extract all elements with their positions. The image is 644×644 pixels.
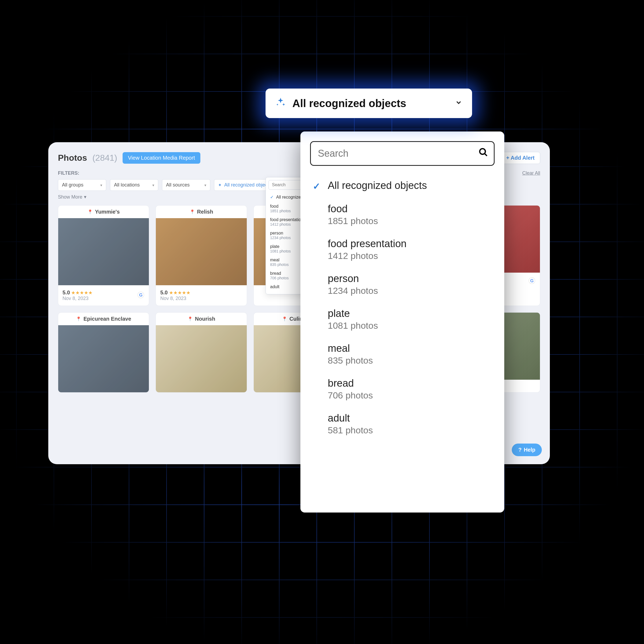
svg-text:G: G [139,292,143,297]
filters-label: FILTERS: [58,170,79,176]
help-button[interactable]: ? Help [512,444,542,456]
chevron-down-icon: ▾ [204,183,206,187]
sparkle-icon [275,97,286,110]
dropdown-item-name: adult [328,413,495,424]
filter-sources[interactable]: All sources ▾ [162,179,210,191]
dropdown-item-name: food [328,203,495,215]
dropdown-item-name: plate [270,244,279,249]
add-alert-button[interactable]: + Add Alert [501,152,540,164]
recognized-objects-dropdown: ✓ All recognized objects food 1851 photo… [300,131,504,513]
stars-icon: ★★★★★ [169,290,190,295]
filter-groups[interactable]: All groups ▾ [58,179,106,191]
pin-icon: 📍 [76,316,81,321]
dropdown-list: ✓ All recognized objects food 1851 photo… [310,174,495,442]
card-image [58,218,149,285]
card-image [156,218,246,285]
dropdown-item-name: food [270,204,278,208]
dropdown-item-count: 1081 photos [328,320,495,331]
card-image [156,325,246,392]
check-icon: ✓ [313,181,320,191]
filter-locations-label: All locations [114,182,140,188]
card-rating: 5.0 [160,289,168,295]
chevron-down-icon: ▾ [152,183,154,187]
view-media-report-button[interactable]: View Location Media Report [123,152,200,164]
dropdown-item-name: food presentation [328,238,495,249]
filter-sources-label: All sources [166,182,190,188]
dropdown-item-person[interactable]: person 1234 photos [313,267,495,302]
photo-card[interactable]: 📍 Epicurean Enclave [58,312,149,393]
dropdown-item-name: meal [328,343,495,354]
recognized-objects-trigger-label: All recognized objects [292,97,406,109]
card-date: Nov 8, 2023 [62,296,93,301]
svg-text:G: G [530,278,534,283]
sparkle-icon: ✦ [218,182,222,187]
chevron-down-icon: ▾ [100,183,102,187]
dropdown-item-plate[interactable]: plate 1081 photos [313,302,495,337]
photo-card[interactable]: 📍 Relish 5.0 ★★★★★ Nov 8, 2023 [156,205,247,306]
dropdown-item-count: 1851 photos [328,216,495,226]
stars-icon: ★★★★★ [71,290,93,295]
pin-icon: 📍 [187,316,193,321]
show-more-label: Show More [58,194,82,200]
svg-line-7 [485,153,487,156]
card-location-name: Epicurean Enclave [83,316,131,322]
chevron-down-icon [455,98,462,108]
dropdown-all-label: All recognized objects [328,180,495,191]
dropdown-item-all[interactable]: ✓ All recognized objects [313,174,495,197]
card-date: Nov 8, 2023 [160,296,190,301]
dropdown-item-name: person [328,273,495,284]
card-location-name: Yummie's [95,209,120,215]
dropdown-item-food-presentation[interactable]: food presentation 1412 photos [313,232,495,267]
dropdown-item-name: bread [328,378,495,389]
help-icon: ? [518,447,521,453]
google-icon: G [528,277,536,285]
dropdown-search-input[interactable] [310,141,495,166]
photo-count: (2841) [92,153,117,163]
card-rating: 5.0 [62,289,70,295]
recognized-objects-trigger[interactable]: All recognized objects [266,89,472,118]
filter-groups-label: All groups [62,182,83,188]
dropdown-item-name: plate [328,308,495,319]
help-label: Help [524,447,535,453]
dropdown-item-name: food presentation [270,217,303,222]
page-title: Photos [58,153,87,163]
dropdown-item-meal[interactable]: meal 835 photos [313,337,495,372]
photo-card[interactable]: 📍 Nourish [156,312,247,393]
dropdown-item-count: 835 photos [328,355,495,366]
dropdown-item-count: 1412 photos [328,250,495,261]
chevron-down-icon: ▾ [84,194,86,200]
dropdown-item-name: bread [270,271,281,275]
filter-recognized-label: All recognized objects [224,182,271,188]
card-image [58,325,149,392]
dropdown-item-name: person [270,231,283,235]
photo-card[interactable]: 📍 Yummie's 5.0 ★★★★★ Nov 8, 2023 G [58,205,149,306]
dropdown-item-count: 706 photos [328,390,495,401]
check-icon: ✓ [270,195,274,199]
pin-icon: 📍 [190,209,195,214]
filter-locations[interactable]: All locations ▾ [110,179,158,191]
google-icon: G [137,291,145,300]
show-more-link[interactable]: Show More ▾ [58,194,86,200]
card-location-name: Relish [197,209,213,215]
dropdown-item-name: adult [270,284,279,289]
clear-all-link[interactable]: Clear All [522,170,540,176]
dropdown-item-name: meal [270,257,279,262]
search-icon [479,148,488,160]
pin-icon: 📍 [87,209,93,214]
dropdown-item-count: 1234 photos [328,285,495,296]
dropdown-item-count: 581 photos [328,425,495,436]
card-location-name: Nourish [195,316,215,322]
pin-icon: 📍 [282,316,287,321]
dropdown-item-adult[interactable]: adult 581 photos [313,407,495,442]
svg-point-6 [480,149,485,154]
dropdown-item-food[interactable]: food 1851 photos [313,197,495,232]
dropdown-item-bread[interactable]: bread 706 photos [313,372,495,407]
